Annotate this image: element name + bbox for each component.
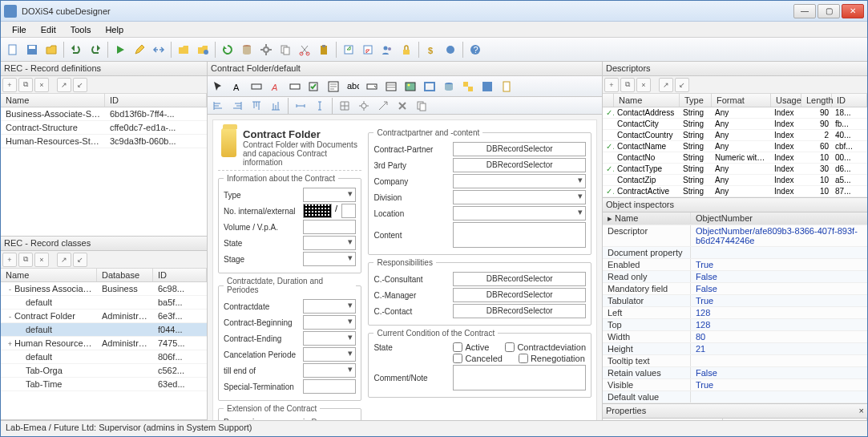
table-row[interactable]: default806f...: [1, 350, 207, 364]
ft-edit-icon[interactable]: [286, 78, 304, 95]
cls-del-icon[interactable]: ×: [34, 253, 49, 267]
combo-field[interactable]: [303, 331, 356, 346]
tool-edit-icon[interactable]: [131, 41, 148, 59]
ft-combo-icon[interactable]: [363, 78, 381, 95]
text-field[interactable]: [341, 204, 357, 218]
inspector-row[interactable]: Default value: [603, 391, 867, 403]
desc-import-icon[interactable]: ↙: [675, 78, 689, 92]
table-row[interactable]: ✓ContactNameStringAnyIndex60cbf...: [603, 141, 867, 152]
tool-help-icon[interactable]: ?: [466, 41, 484, 59]
db-selector[interactable]: DBRecordSelector: [453, 304, 586, 318]
ft2-align-right-icon[interactable]: [228, 97, 246, 115]
ft-db-icon[interactable]: [440, 78, 458, 95]
table-row[interactable]: ✓ContactTypeStringAnyIndex30d6...: [603, 164, 867, 175]
inspector-row[interactable]: EnabledTrue: [603, 259, 867, 271]
table-row[interactable]: ContactCityStringAnyIndex90fb...: [603, 119, 867, 130]
tool-copy-icon[interactable]: [277, 41, 294, 59]
db-selector[interactable]: DBRecordSelector: [453, 158, 586, 172]
table-row[interactable]: -Contract FolderAdministration6e3f...: [1, 310, 207, 323]
tool-paste-icon[interactable]: [315, 41, 333, 59]
inspector-row[interactable]: ▸ NameObjectNumber: [603, 212, 867, 225]
ft-list-icon[interactable]: [382, 78, 400, 95]
ft2-delete-icon[interactable]: [394, 97, 411, 115]
ft-doc-icon[interactable]: [498, 78, 515, 95]
cls-export-icon[interactable]: ↗: [57, 253, 71, 267]
ft-memo-icon[interactable]: [325, 78, 342, 95]
tool-compare-icon[interactable]: [150, 41, 168, 59]
desc-export-icon[interactable]: ↗: [659, 78, 673, 92]
inspector-row[interactable]: Document property: [603, 247, 867, 259]
tool-folder2-icon[interactable]: [194, 41, 212, 59]
menu-help[interactable]: Help: [99, 23, 130, 36]
tool-lock-icon[interactable]: [398, 41, 415, 59]
inspector-row[interactable]: Width80: [603, 331, 867, 343]
comment-field[interactable]: [453, 365, 586, 390]
menu-file[interactable]: File: [6, 23, 33, 36]
defs-import-icon[interactable]: ↙: [73, 78, 87, 92]
ft-frame-icon[interactable]: [421, 78, 438, 95]
tool-run-icon[interactable]: [111, 41, 129, 59]
tool-redo-icon[interactable]: [87, 41, 104, 59]
tool-cut-icon[interactable]: [296, 41, 313, 59]
tool-folder-icon[interactable]: [175, 41, 192, 59]
ft2-sizeh-icon[interactable]: [311, 97, 329, 115]
table-row[interactable]: ContactCountryStringAnyIndex240...: [603, 130, 867, 141]
minimize-button[interactable]: —: [793, 4, 816, 18]
ft-pointer-icon[interactable]: [209, 78, 227, 95]
desc-copy-icon[interactable]: ⧉: [620, 78, 635, 92]
desc-del-icon[interactable]: ×: [636, 78, 651, 92]
inspector-row[interactable]: DescriptorObjectNumber/afe809b3-8366-407…: [603, 225, 867, 247]
table-row[interactable]: defaultba5f...: [1, 296, 207, 310]
inspector-row[interactable]: Read onlyFalse: [603, 271, 867, 283]
chk-renegotiation[interactable]: Renegotiation: [519, 354, 585, 363]
descriptors-grid[interactable]: ✓ContactAddressStringAnyIndex9018...Cont…: [603, 107, 867, 197]
menu-tools[interactable]: Tools: [64, 23, 98, 36]
db-selector[interactable]: DBRecordSelector: [453, 288, 586, 302]
combo-field[interactable]: [303, 299, 356, 314]
ft2-copy2-icon[interactable]: [413, 97, 430, 115]
inspector-row[interactable]: Tooltip text: [603, 355, 867, 367]
text-field[interactable]: [303, 379, 356, 394]
combo-field[interactable]: [453, 206, 586, 221]
db-selector[interactable]: DBRecordSelector: [453, 142, 586, 156]
ft2-align-left-icon[interactable]: [209, 97, 227, 115]
ft2-grid-icon[interactable]: [336, 97, 353, 115]
hatched-field[interactable]: [303, 204, 332, 218]
defs-del-icon[interactable]: ×: [34, 78, 49, 92]
inspector-grid[interactable]: ▸ NameObjectNumberDescriptorObjectNumber…: [603, 212, 867, 403]
inspector-row[interactable]: Mandatory fieldFalse: [603, 283, 867, 295]
maximize-button[interactable]: ▢: [818, 4, 840, 18]
menu-edit[interactable]: Edit: [34, 23, 63, 36]
defs-export-icon[interactable]: ↗: [57, 78, 71, 92]
table-row[interactable]: ContactNoStringNumeric with leadin...Ind…: [603, 152, 867, 164]
table-row[interactable]: Tab-Orgac562...: [1, 364, 207, 378]
desc-add-icon[interactable]: +: [604, 78, 619, 92]
ft-image-icon[interactable]: [402, 78, 419, 95]
table-row[interactable]: +Human Resources FolderAdministration747…: [1, 337, 207, 350]
tool-gear-icon[interactable]: [257, 41, 275, 59]
tool-db-icon[interactable]: [238, 41, 256, 59]
ft-abc-icon[interactable]: abc: [344, 78, 361, 95]
ft-label-icon[interactable]: [248, 78, 265, 95]
rec-defs-grid[interactable]: Business-Associate-Structure6bd13f6b-7ff…: [1, 107, 207, 236]
tool-users-icon[interactable]: [378, 41, 396, 59]
defs-copy-icon[interactable]: ⧉: [18, 78, 33, 92]
props-close-icon[interactable]: ×: [859, 406, 864, 416]
textarea-field[interactable]: [453, 222, 586, 248]
combo-field[interactable]: [303, 315, 356, 330]
db-selector[interactable]: DBRecordSelector: [453, 272, 586, 286]
cls-add-icon[interactable]: +: [2, 253, 17, 267]
ft2-align-top-icon[interactable]: [248, 97, 265, 115]
ft2-snap-icon[interactable]: [355, 97, 373, 115]
cls-import-icon[interactable]: ↙: [73, 253, 87, 267]
table-row[interactable]: defaultf044...: [1, 323, 207, 337]
inspector-row[interactable]: Height21: [603, 343, 867, 355]
tool-refresh-icon[interactable]: [219, 41, 236, 59]
table-row[interactable]: ✓ContractActiveStringAnyIndex1087...: [603, 186, 867, 197]
text-field[interactable]: [303, 220, 356, 234]
ft2-sizew-icon[interactable]: [292, 97, 309, 115]
ft2-align-bottom-icon[interactable]: [267, 97, 285, 115]
tool-import-icon[interactable]: [359, 41, 377, 59]
ft-check-icon[interactable]: [305, 78, 323, 95]
cls-copy-icon[interactable]: ⧉: [18, 253, 33, 267]
